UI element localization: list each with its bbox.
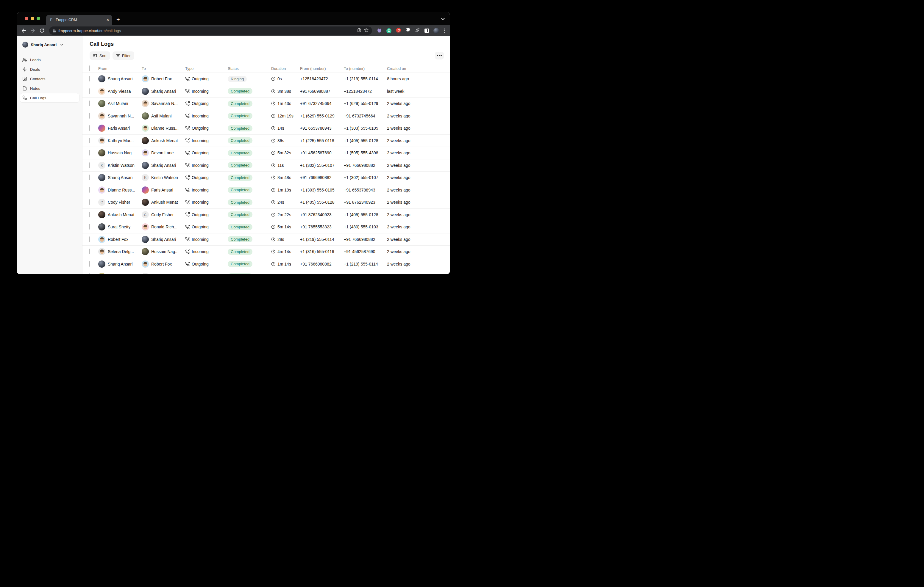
table-row[interactable]: Shariq Ansari Robert Fox Outgoing Comple… <box>82 258 450 271</box>
forward-button[interactable] <box>30 28 35 33</box>
row-checkbox[interactable] <box>89 76 90 82</box>
browser-menu-icon[interactable] <box>444 28 446 33</box>
reload-button[interactable] <box>40 28 45 33</box>
table-row[interactable]: Faris Ansari Dianne Russ... Outgoing Com… <box>82 122 450 135</box>
row-checkbox[interactable] <box>89 199 90 205</box>
to-number: +91 8762340923 <box>344 200 387 205</box>
table-row[interactable]: Robert Fox Shariq Ansari Incoming Comple… <box>82 233 450 246</box>
row-checkbox[interactable] <box>89 174 90 180</box>
to-name: Robert Fox <box>151 262 172 266</box>
row-checkbox[interactable] <box>89 88 90 94</box>
close-window-button[interactable] <box>25 16 28 20</box>
table-row[interactable]: Hussain Nag... Devon Lane Outgoing Compl… <box>82 147 450 159</box>
table-row[interactable]: K Kristin Watson Shariq Ansari Incoming … <box>82 159 450 172</box>
column-header[interactable]: To (number) <box>344 66 387 71</box>
sidebar-item-call-logs[interactable]: Call Logs <box>20 94 79 102</box>
bookmark-star-icon[interactable] <box>364 28 368 34</box>
sidebar-item-deals[interactable]: Deals <box>20 65 79 74</box>
row-checkbox[interactable] <box>89 248 90 254</box>
browser-tab[interactable]: F Frappe CRM ✕ <box>46 15 112 25</box>
filter-button[interactable]: Filter <box>112 51 134 60</box>
column-header[interactable]: Type <box>185 66 228 71</box>
table-row[interactable]: C Cody Fisher Ankush Menat Incoming Comp… <box>82 196 450 209</box>
column-header[interactable]: Status <box>228 66 271 71</box>
call-type: Outgoing <box>185 76 228 81</box>
url-path: /crm/call-logs <box>98 28 121 33</box>
table-row[interactable]: Selena Delg... Hussain Nag... Incoming C… <box>82 246 450 258</box>
zoom-window-button[interactable] <box>36 16 40 20</box>
table-header: FromToTypeStatusDurationFrom (number)To … <box>82 64 450 73</box>
created-on: 2 weeks ago <box>387 126 450 130</box>
from-person: Robert Fox <box>98 236 142 243</box>
window-controls[interactable] <box>25 16 40 20</box>
table-row[interactable]: Kathryn Mur... Ankush Menat Incoming Com… <box>82 135 450 147</box>
call-type-label: Outgoing <box>192 262 209 266</box>
from-number: +1 (405) 555-0128 <box>300 200 344 205</box>
clock-icon <box>271 176 276 179</box>
minimize-window-button[interactable] <box>31 16 34 20</box>
row-checkbox[interactable] <box>89 113 90 118</box>
table-row[interactable]: Savannah N... Asif Mulani Incoming Compl… <box>82 110 450 123</box>
to-name: Hussain Nag... <box>151 249 178 254</box>
back-button[interactable] <box>21 28 26 33</box>
column-header[interactable]: Duration <box>271 66 300 71</box>
from-avatar <box>98 211 106 218</box>
table-row[interactable]: Ankush Menat C Cody Fisher Outgoing Comp… <box>82 209 450 221</box>
table-row[interactable]: Completed <box>82 270 450 274</box>
grammarly-extension-icon[interactable]: G <box>386 28 391 33</box>
desktop-background: F Frappe CRM ✕ + frappecrm.frappe.cloud <box>0 0 462 294</box>
sidebar-item-leads[interactable]: Leads <box>20 55 79 64</box>
extensions-puzzle-icon[interactable] <box>406 28 411 34</box>
sort-button[interactable]: Sort <box>90 51 110 60</box>
table-row[interactable]: Shariq Ansari K Kristin Watson Outgoing … <box>82 172 450 184</box>
column-header[interactable]: To <box>142 66 185 71</box>
column-header[interactable]: From (number) <box>300 66 344 71</box>
call-type: Outgoing <box>185 262 228 266</box>
to-name: Cody Fisher <box>151 212 173 217</box>
from-avatar <box>98 260 106 268</box>
leaf-extension-icon[interactable] <box>415 28 420 34</box>
call-type: Incoming <box>185 163 228 168</box>
to-number: +12518423472 <box>344 89 387 94</box>
adblock-extension-icon[interactable] <box>396 28 401 34</box>
row-checkbox[interactable] <box>89 162 90 168</box>
tab-search-chevron-icon[interactable] <box>441 16 445 21</box>
tab-close-icon[interactable]: ✕ <box>106 18 109 22</box>
sidebar-item-label: Deals <box>30 67 40 72</box>
row-checkbox[interactable] <box>89 237 90 242</box>
to-person: K Kristin Watson <box>142 174 185 181</box>
call-type: Outgoing <box>185 126 228 130</box>
row-checkbox[interactable] <box>89 187 90 193</box>
sidebar-item-contacts[interactable]: Contacts <box>20 74 79 83</box>
table-row[interactable]: Suraj Shetty Ronald Rich... Outgoing Com… <box>82 221 450 233</box>
column-header[interactable]: From <box>98 66 142 71</box>
from-name: Shariq Ansari <box>108 76 132 81</box>
new-tab-button[interactable]: + <box>116 16 120 23</box>
browser-profile-avatar[interactable] <box>434 28 439 34</box>
row-checkbox[interactable] <box>89 212 90 217</box>
table-row[interactable]: Asif Mulani Savannah N... Outgoing Compl… <box>82 97 450 110</box>
user-menu[interactable]: Shariq Ansari <box>20 40 79 49</box>
crm-app: Shariq Ansari Leads Deals Contacts <box>17 36 450 274</box>
row-checkbox[interactable] <box>89 100 90 106</box>
share-icon[interactable] <box>357 28 361 34</box>
github-extension-icon[interactable] <box>377 28 382 33</box>
table-row[interactable]: Andy Viessa Shariq Ansari Incoming Compl… <box>82 86 450 98</box>
table-row[interactable]: Shariq Ansari Robert Fox Outgoing Ringin… <box>82 73 450 86</box>
row-checkbox[interactable] <box>89 125 90 131</box>
table-row[interactable]: Dianne Russ... Faris Ansari Incoming Com… <box>82 184 450 197</box>
row-checkbox[interactable] <box>89 273 90 274</box>
url-bar[interactable]: frappecrm.frappe.cloud/crm/call-logs <box>49 26 372 35</box>
select-all-checkbox[interactable] <box>89 66 90 71</box>
from-number: +1 (629) 555-0129 <box>300 113 344 118</box>
phone-outgoing-icon <box>185 126 190 130</box>
sidebar-item-notes[interactable]: Notes <box>20 84 79 93</box>
call-type-label: Incoming <box>192 113 209 118</box>
sidebar-toggle-extension-icon[interactable] <box>424 28 429 33</box>
column-header[interactable]: Created on <box>387 66 450 71</box>
more-options-button[interactable] <box>435 52 444 59</box>
row-checkbox[interactable] <box>89 150 90 156</box>
row-checkbox[interactable] <box>89 261 90 267</box>
row-checkbox[interactable] <box>89 224 90 230</box>
row-checkbox[interactable] <box>89 138 90 143</box>
